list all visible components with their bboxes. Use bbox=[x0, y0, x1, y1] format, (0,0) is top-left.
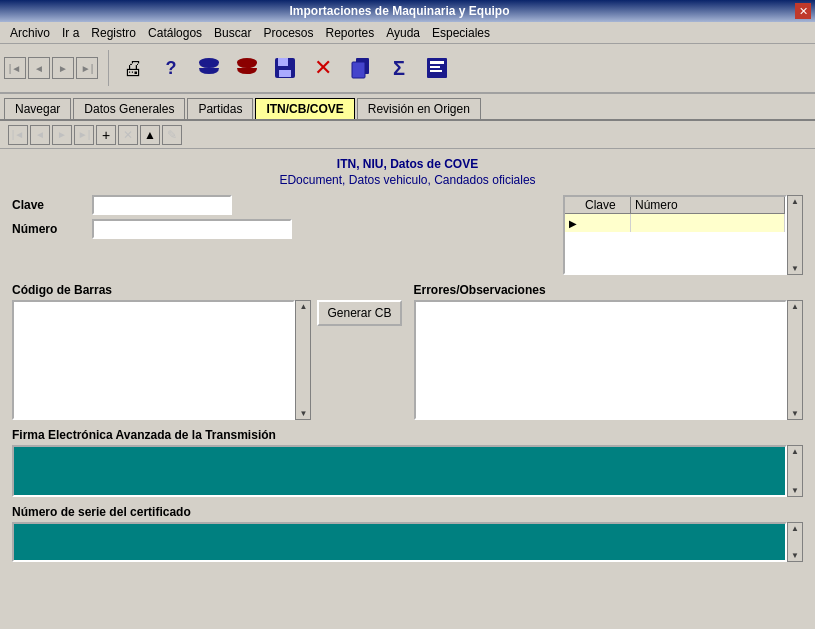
svg-rect-4 bbox=[279, 70, 291, 77]
help-button[interactable]: ? bbox=[153, 50, 189, 86]
barcode-scroll-down[interactable]: ▼ bbox=[300, 409, 308, 418]
errors-scrollbar[interactable]: ▲ ▼ bbox=[787, 300, 803, 420]
svg-rect-8 bbox=[430, 61, 444, 64]
serie-section: Número de serie del certificado ▲ ▼ bbox=[12, 505, 803, 562]
firma-scroll-down[interactable]: ▼ bbox=[791, 486, 799, 495]
tab-revision-origen[interactable]: Revisión en Origen bbox=[357, 98, 481, 119]
menu-especiales[interactable]: Especiales bbox=[426, 24, 496, 42]
numero-input[interactable] bbox=[92, 219, 292, 239]
sub-nav-prev[interactable]: ◄ bbox=[30, 125, 50, 145]
clave-row: Clave bbox=[12, 195, 551, 215]
print-button[interactable]: 🖨 bbox=[115, 50, 151, 86]
errors-textarea[interactable] bbox=[414, 300, 788, 420]
barcode-scroll: ▲ ▼ bbox=[12, 300, 311, 420]
svg-rect-3 bbox=[278, 58, 288, 66]
serie-scroll-up[interactable]: ▲ bbox=[791, 524, 799, 533]
tab-navegar[interactable]: Navegar bbox=[4, 98, 71, 119]
menu-registro[interactable]: Registro bbox=[85, 24, 142, 42]
barcode-section: Código de Barras ▲ ▼ Generar CB bbox=[12, 283, 402, 420]
close-button[interactable]: ✕ bbox=[795, 3, 811, 19]
nav-last[interactable]: ►| bbox=[76, 57, 98, 79]
firma-display bbox=[12, 445, 787, 497]
serie-scrollbar[interactable]: ▲ ▼ bbox=[787, 522, 803, 562]
database2-button[interactable] bbox=[229, 50, 265, 86]
nav-arrows: |◄ ◄ ► ►| bbox=[4, 57, 98, 79]
menu-ayuda[interactable]: Ayuda bbox=[380, 24, 426, 42]
nav-first[interactable]: |◄ bbox=[4, 57, 26, 79]
tab-partidas[interactable]: Partidas bbox=[187, 98, 253, 119]
firma-scrollbar[interactable]: ▲ ▼ bbox=[787, 445, 803, 497]
serie-display bbox=[12, 522, 787, 562]
col-clave-header: Clave bbox=[581, 197, 631, 213]
errors-label: Errores/Observaciones bbox=[414, 283, 804, 297]
scroll-down-icon[interactable]: ▼ bbox=[791, 264, 799, 273]
menu-archivo[interactable]: Archivo bbox=[4, 24, 56, 42]
barcode-textarea[interactable] bbox=[12, 300, 295, 420]
grid-scroll-container: Clave Número ▶ ▲ ▼ bbox=[563, 195, 803, 275]
errors-scroll-up[interactable]: ▲ bbox=[791, 302, 799, 311]
tab-bar: Navegar Datos Generales Partidas ITN/CB/… bbox=[0, 94, 815, 121]
menu-reportes[interactable]: Reportes bbox=[319, 24, 380, 42]
form-and-grid: Clave Número Clave Número ▶ bbox=[12, 195, 803, 275]
sub-nav-last[interactable]: ►| bbox=[74, 125, 94, 145]
svg-rect-9 bbox=[430, 66, 440, 68]
app-title: Importaciones de Maquinaria y Equipo bbox=[4, 4, 795, 18]
errors-section: Errores/Observaciones ▲ ▼ bbox=[414, 283, 804, 420]
sub-edit-button[interactable]: ✎ bbox=[162, 125, 182, 145]
clave-label: Clave bbox=[12, 198, 92, 212]
firma-scroll-up[interactable]: ▲ bbox=[791, 447, 799, 456]
menu-buscar[interactable]: Buscar bbox=[208, 24, 257, 42]
grid-cell-clave[interactable] bbox=[581, 214, 631, 232]
nav-next[interactable]: ► bbox=[52, 57, 74, 79]
sub-nav-first[interactable]: |◄ bbox=[8, 125, 28, 145]
clave-input[interactable] bbox=[92, 195, 232, 215]
tab-datos-generales[interactable]: Datos Generales bbox=[73, 98, 185, 119]
sub-toolbar: |◄ ◄ ► ►| + ✕ ▲ ✎ bbox=[0, 121, 815, 149]
cove-grid: Clave Número ▶ bbox=[563, 195, 787, 275]
form-left: Clave Número bbox=[12, 195, 551, 275]
grid-row-indicator: ▶ bbox=[565, 214, 785, 232]
sub-delete-button[interactable]: ✕ bbox=[118, 125, 138, 145]
barcode-content: ▲ ▼ Generar CB bbox=[12, 300, 402, 420]
menu-ir-a[interactable]: Ir a bbox=[56, 24, 85, 42]
nav-prev[interactable]: ◄ bbox=[28, 57, 50, 79]
sub-nav-next[interactable]: ► bbox=[52, 125, 72, 145]
svg-rect-6 bbox=[352, 62, 365, 78]
section-subtitle: EDocument, Datos vehiculo, Candados ofic… bbox=[12, 173, 803, 187]
serie-label: Número de serie del certificado bbox=[12, 505, 803, 519]
save-button[interactable] bbox=[267, 50, 303, 86]
menu-bar: Archivo Ir a Registro Catálogos Buscar P… bbox=[0, 22, 815, 44]
errors-scroll: ▲ ▼ bbox=[414, 300, 804, 420]
bottom-section: Código de Barras ▲ ▼ Generar CB Errores/… bbox=[12, 283, 803, 420]
report-icon bbox=[425, 56, 449, 80]
col-numero-header: Número bbox=[631, 197, 785, 213]
menu-procesos[interactable]: Procesos bbox=[257, 24, 319, 42]
grid-scrollbar[interactable]: ▲ ▼ bbox=[787, 195, 803, 275]
scroll-up-icon[interactable]: ▲ bbox=[791, 197, 799, 206]
sub-up-button[interactable]: ▲ bbox=[140, 125, 160, 145]
sigma-button[interactable]: Σ bbox=[381, 50, 417, 86]
barcode-scroll-up[interactable]: ▲ bbox=[300, 302, 308, 311]
copy-icon bbox=[349, 56, 373, 80]
grid-header: Clave Número bbox=[565, 197, 785, 214]
main-toolbar: |◄ ◄ ► ►| 🖨 ? ✕ Σ bbox=[0, 44, 815, 94]
delete-button[interactable]: ✕ bbox=[305, 50, 341, 86]
firma-label: Firma Electrónica Avanzada de la Transmi… bbox=[12, 428, 803, 442]
firma-section: Firma Electrónica Avanzada de la Transmi… bbox=[12, 428, 803, 497]
serie-scroll-down[interactable]: ▼ bbox=[791, 551, 799, 560]
grid-cell-numero[interactable] bbox=[631, 214, 785, 232]
errors-scroll-down[interactable]: ▼ bbox=[791, 409, 799, 418]
tab-itn-cb-cove[interactable]: ITN/CB/COVE bbox=[255, 98, 354, 119]
generate-cb-button[interactable]: Generar CB bbox=[317, 300, 401, 326]
barcode-scrollbar[interactable]: ▲ ▼ bbox=[295, 300, 311, 420]
toolbar-sep-1 bbox=[108, 50, 109, 86]
section-title: ITN, NIU, Datos de COVE bbox=[12, 157, 803, 171]
save-icon bbox=[273, 56, 297, 80]
firma-scroll: ▲ ▼ bbox=[12, 445, 803, 497]
report-button[interactable] bbox=[419, 50, 455, 86]
sub-add-button[interactable]: + bbox=[96, 125, 116, 145]
database2-icon bbox=[234, 55, 260, 81]
database-button[interactable] bbox=[191, 50, 227, 86]
copy-button[interactable] bbox=[343, 50, 379, 86]
menu-catalogos[interactable]: Catálogos bbox=[142, 24, 208, 42]
